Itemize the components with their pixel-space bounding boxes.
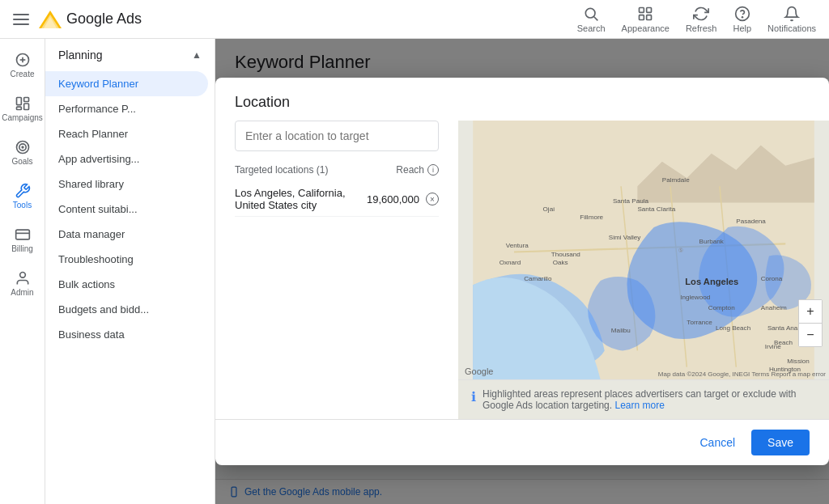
- google-ads-logo-icon: [39, 11, 62, 28]
- topbar-left: Google Ads: [13, 11, 142, 28]
- appearance-action[interactable]: Appearance: [622, 6, 670, 33]
- refresh-action[interactable]: Refresh: [686, 6, 717, 33]
- modal-body: Targeted locations (1) Reach i Los Angel…: [215, 121, 829, 419]
- nav-section-chevron: ▲: [192, 49, 202, 61]
- svg-rect-6: [647, 7, 652, 12]
- map-container: Los Angeles Thousand Oaks Simi Valley Pa…: [458, 121, 829, 379]
- svg-text:Long Beach: Long Beach: [716, 324, 750, 332]
- svg-rect-8: [647, 15, 652, 19]
- svg-text:Thousand: Thousand: [551, 251, 580, 258]
- targeted-label: Targeted locations (1): [235, 164, 328, 176]
- svg-text:Palmdale: Palmdale: [662, 176, 690, 184]
- nav-item-reach-planner[interactable]: Reach Planner: [45, 121, 215, 146]
- svg-rect-21: [15, 230, 29, 239]
- zoom-out-button[interactable]: −: [799, 324, 822, 346]
- topbar: Google Ads Search Appearance Refresh Hel…: [0, 0, 829, 39]
- svg-text:Anaheim: Anaheim: [761, 304, 787, 311]
- nav-item-content-suitability[interactable]: Content suitabi...: [45, 197, 215, 222]
- targeted-header: Targeted locations (1) Reach i: [235, 164, 439, 176]
- main-layout: Create Campaigns Goals Tools Billing Adm…: [0, 39, 829, 504]
- svg-text:Fillmore: Fillmore: [580, 214, 603, 221]
- svg-text:Santa Clarita: Santa Clarita: [637, 205, 675, 213]
- cancel-button[interactable]: Cancel: [690, 430, 745, 455]
- map-svg: Los Angeles Thousand Oaks Simi Valley Pa…: [458, 121, 829, 379]
- modal-header: Location: [215, 78, 829, 121]
- nav-item-shared-library[interactable]: Shared library: [45, 172, 215, 197]
- sidebar-item-admin[interactable]: Admin: [3, 264, 42, 304]
- sidebar-item-tools[interactable]: Tools: [3, 176, 42, 217]
- nav-item-troubleshooting[interactable]: Troubleshooting: [45, 247, 215, 272]
- svg-point-23: [19, 273, 25, 278]
- svg-text:Ventura: Ventura: [506, 242, 529, 249]
- sidebar-item-billing[interactable]: Billing: [3, 220, 42, 260]
- topbar-right: Search Appearance Refresh Help Notificat…: [577, 6, 816, 33]
- nav-item-business-data[interactable]: Business data: [45, 322, 215, 347]
- svg-text:Burbank: Burbank: [699, 238, 725, 245]
- location-modal: Location Targeted locations (1) Reach i: [215, 78, 829, 465]
- svg-rect-5: [640, 7, 644, 12]
- sidebar-item-goals[interactable]: Goals: [3, 133, 42, 173]
- zoom-controls: + −: [798, 299, 823, 347]
- help-action[interactable]: Help: [733, 6, 751, 33]
- reach-header: Reach i: [396, 164, 439, 176]
- nav-item-data-manager[interactable]: Data manager: [45, 222, 215, 247]
- nav-item-bulk-actions[interactable]: Bulk actions: [45, 272, 215, 297]
- zoom-in-button[interactable]: +: [799, 300, 822, 323]
- modal-footer: Cancel Save: [215, 419, 829, 465]
- notifications-action[interactable]: Notifications: [767, 6, 816, 33]
- nav-item-performance-planner[interactable]: Performance P...: [45, 96, 215, 121]
- svg-text:Oxnard: Oxnard: [500, 259, 521, 266]
- svg-text:Pasadena: Pasadena: [736, 218, 766, 225]
- nav-item-app-advertising[interactable]: App advertising...: [45, 146, 215, 172]
- svg-text:Mission: Mission: [787, 358, 810, 365]
- learn-more-link[interactable]: Learn more: [614, 400, 664, 411]
- content-area: Keyword Planner Add filter Columns Plan: [215, 39, 829, 504]
- map-info-text: Highlighted areas represent places adver…: [483, 388, 816, 411]
- map-info-panel: ℹ Highlighted areas represent places adv…: [458, 379, 829, 419]
- svg-text:Camarillo: Camarillo: [524, 275, 552, 282]
- modal-title: Location: [235, 94, 810, 111]
- menu-button[interactable]: [13, 11, 29, 28]
- modal-left-panel: Targeted locations (1) Reach i Los Angel…: [215, 121, 458, 419]
- location-row: Los Angeles, California, United States c…: [235, 182, 439, 217]
- svg-rect-7: [640, 15, 644, 19]
- svg-rect-16: [16, 107, 21, 109]
- app-title: Google Ads: [66, 11, 142, 28]
- svg-point-20: [22, 146, 23, 148]
- google-ads-logo: Google Ads: [39, 11, 142, 28]
- sidebar-item-campaigns[interactable]: Campaigns: [3, 89, 42, 129]
- location-search-input[interactable]: [235, 121, 439, 151]
- svg-text:Compton: Compton: [708, 304, 735, 311]
- svg-rect-14: [16, 98, 21, 105]
- modal-overlay: Location Targeted locations (1) Reach i: [215, 39, 829, 504]
- reach-info-icon[interactable]: i: [427, 164, 439, 176]
- svg-text:Torrance: Torrance: [687, 319, 712, 326]
- search-action[interactable]: Search: [577, 6, 606, 33]
- svg-text:Corona: Corona: [761, 275, 783, 282]
- left-nav: Planning ▲ Keyword Planner Performance P…: [45, 39, 215, 504]
- remove-location-button[interactable]: ×: [426, 193, 439, 205]
- map-attribution: Map data ©2024 Google, INEGI Terms Repor…: [658, 371, 826, 378]
- nav-section-planning[interactable]: Planning ▲: [45, 39, 215, 71]
- svg-text:Simi Valley: Simi Valley: [609, 234, 641, 241]
- svg-text:Los Angeles: Los Angeles: [685, 277, 738, 286]
- svg-text:Oaks: Oaks: [553, 259, 568, 266]
- map-google-logo: Google: [465, 366, 493, 376]
- location-reach: 19,600,000: [367, 193, 419, 205]
- location-name: Los Angeles, California, United States c…: [235, 187, 367, 211]
- svg-text:Malibu: Malibu: [611, 327, 631, 334]
- svg-point-3: [585, 8, 595, 18]
- svg-line-4: [594, 16, 598, 20]
- modal-map-panel: Los Angeles Thousand Oaks Simi Valley Pa…: [458, 121, 829, 419]
- sidebar: Create Campaigns Goals Tools Billing Adm…: [0, 39, 45, 504]
- svg-text:Beach: Beach: [774, 339, 793, 346]
- svg-rect-17: [23, 104, 28, 110]
- svg-text:Santa Paula: Santa Paula: [613, 197, 649, 205]
- save-button[interactable]: Save: [751, 430, 810, 455]
- sidebar-item-create[interactable]: Create: [3, 45, 42, 86]
- nav-item-budgets-bidding[interactable]: Budgets and bidd...: [45, 297, 215, 322]
- nav-item-keyword-planner[interactable]: Keyword Planner: [45, 71, 208, 96]
- svg-text:⑤: ⑤: [678, 247, 684, 253]
- svg-text:Ojai: Ojai: [543, 205, 555, 213]
- svg-text:Santa Ana: Santa Ana: [767, 324, 798, 332]
